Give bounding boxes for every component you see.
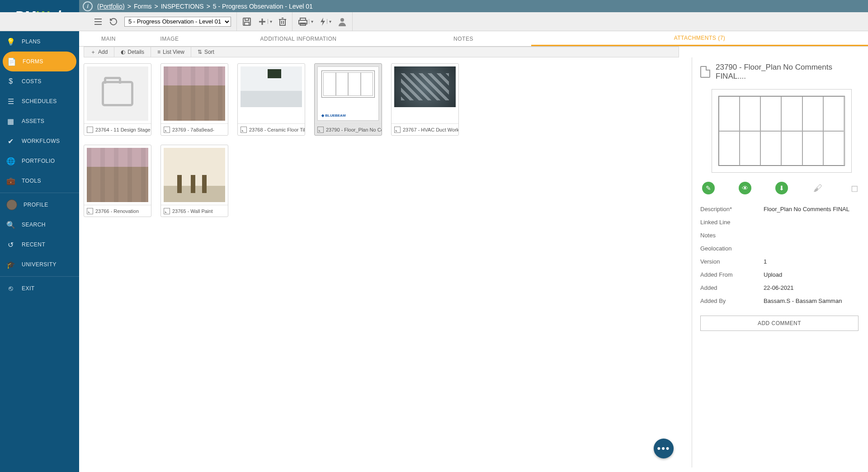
nav-schedules[interactable]: ☰SCHEDULES <box>0 91 79 111</box>
thumb-plan: ◆ BLUEBEAM <box>317 66 379 121</box>
dollar-icon: $ <box>6 77 15 85</box>
tab-additional[interactable]: ADDITIONAL INFORMATION <box>201 31 396 46</box>
attachment-card[interactable]: 23768 - Ceramic Floor Tiling <box>237 63 305 136</box>
value-by: Bassam.S - Bassam Samman <box>764 297 842 304</box>
image-small-icon <box>241 127 247 133</box>
image-small-icon <box>164 208 170 214</box>
globe-icon: 🌐 <box>6 157 15 165</box>
nav-profile[interactable]: PROFILE <box>0 195 79 215</box>
label-added: Added <box>700 284 764 291</box>
value-from: Upload <box>764 271 782 278</box>
thumb-image <box>394 66 456 107</box>
avatar-icon <box>6 199 17 210</box>
image-small-icon <box>87 208 93 214</box>
nav-workflows[interactable]: ✔WORKFLOWS <box>0 131 79 151</box>
label-notes: Notes <box>700 232 764 239</box>
attachment-card[interactable]: 23766 - Renovation <box>84 145 151 217</box>
nav-recent[interactable]: ↺RECENT <box>0 235 79 255</box>
toolbar: 5 - Progress Observation - Level 01 ▾ ▾ … <box>0 12 868 31</box>
case-icon: 💼 <box>6 177 15 185</box>
add-comment-button[interactable]: ADD COMMENT <box>700 316 859 331</box>
label-linked: Linked Line <box>700 219 764 226</box>
bolt-icon[interactable]: ▾ <box>320 17 331 26</box>
value-version: 1 <box>764 258 767 265</box>
tab-image[interactable]: IMAGE <box>138 31 201 46</box>
sort-button[interactable]: ⇅Sort <box>191 47 221 57</box>
attachment-card[interactable]: 23769 - 7a8a9ead- <box>160 63 228 136</box>
download-action[interactable]: ⬇ <box>775 182 788 194</box>
svg-rect-6 <box>245 22 249 25</box>
tab-main[interactable]: MAIN <box>79 31 138 46</box>
check-icon: ✔ <box>6 137 15 146</box>
view-action[interactable]: 👁 <box>739 182 751 194</box>
nav-search[interactable]: 🔍SEARCH <box>0 215 79 235</box>
breadcrumb-current: 5 - Progress Observation - Level 01 <box>213 3 313 10</box>
thumb-folder <box>87 66 148 121</box>
user-icon[interactable] <box>338 17 347 26</box>
attachment-card-selected[interactable]: ✓ ◆ BLUEBEAM 23790 - Floor_Plan No Com..… <box>314 63 382 136</box>
pdf-icon <box>700 66 710 78</box>
add-button[interactable]: ＋Add <box>84 47 114 57</box>
nav-plans[interactable]: 💡PLANS <box>0 32 79 52</box>
preview-title: 23790 - Floor_Plan No Comments FINAL.... <box>716 63 863 81</box>
label-description: Description* <box>700 206 764 212</box>
label-from: Added From <box>700 271 764 278</box>
delete-icon[interactable] <box>278 17 287 26</box>
sort-icon: ⇅ <box>198 49 202 55</box>
brush-action[interactable]: 🖌 <box>811 182 824 194</box>
image-small-icon <box>394 127 401 133</box>
attachment-card[interactable]: 23765 - Wall Paint <box>160 145 228 217</box>
nav-assets[interactable]: ▦ASSETS <box>0 111 79 131</box>
attachments-grid: 23764 - 11 Design Stage 23769 - 7a8a9ead… <box>84 63 500 217</box>
toggle-icon: ◐ <box>121 49 125 55</box>
nav-exit[interactable]: ⎋EXIT <box>0 278 79 298</box>
list-icon[interactable] <box>94 18 103 26</box>
attachment-card[interactable]: 23764 - 11 Design Stage <box>84 63 151 136</box>
frame-action[interactable]: ◻ <box>848 182 861 194</box>
history-icon[interactable] <box>109 17 118 26</box>
attachment-card[interactable]: 23767 - HVAC Duct Work <box>391 63 459 136</box>
record-select[interactable]: 5 - Progress Observation - Level 01 <box>124 17 231 27</box>
edit-action[interactable]: ✎ <box>702 182 715 194</box>
breadcrumb-root[interactable]: (Portfolio) <box>97 3 125 10</box>
bulb-icon: 💡 <box>6 38 15 46</box>
breadcrumb-forms[interactable]: Forms <box>134 3 152 10</box>
nav-portfolio[interactable]: 🌐PORTFOLIO <box>0 151 79 171</box>
image-small-icon <box>317 127 324 133</box>
exit-icon: ⎋ <box>6 284 15 293</box>
label-version: Version <box>700 258 764 265</box>
sidebar: ‹PMWeb® 💡PLANS 📄FORMS $COSTS ☰SCHEDULES … <box>0 0 79 472</box>
tab-attachments[interactable]: ATTACHMENTS (7) <box>531 31 868 46</box>
breadcrumb-bar: i (Portfolio) > Forms > INSPECTIONS > 5 … <box>79 0 868 12</box>
label-by: Added By <box>700 297 764 304</box>
plus-icon: ＋ <box>90 48 96 56</box>
nav-university[interactable]: 🎓UNIVERSITY <box>0 255 79 274</box>
nav-tools[interactable]: 💼TOOLS <box>0 171 79 191</box>
value-description: Floor_Plan No Comments FINAL <box>764 206 849 212</box>
attachments-toolbar: ＋Add ◐Details ≡List View ⇅Sort <box>84 47 679 57</box>
grid-icon: ▦ <box>6 117 15 126</box>
image-small-icon <box>164 127 170 133</box>
breadcrumb-inspections[interactable]: INSPECTIONS <box>161 3 204 10</box>
thumb-image <box>164 66 225 121</box>
folder-small-icon <box>87 127 93 133</box>
info-icon[interactable]: i <box>83 1 93 11</box>
nav-costs[interactable]: $COSTS <box>0 71 79 91</box>
cap-icon: 🎓 <box>6 260 15 269</box>
fab-menu[interactable]: ••• <box>654 439 674 458</box>
thumb-image <box>87 148 148 202</box>
nav-forms[interactable]: 📄FORMS <box>3 52 76 71</box>
add-icon[interactable]: ▾ <box>258 17 272 26</box>
preview-panel: 23790 - Floor_Plan No Comments FINAL....… <box>692 57 863 467</box>
thumb-image <box>164 148 225 202</box>
tab-notes[interactable]: NOTES <box>396 31 531 46</box>
listview-button[interactable]: ≡List View <box>151 47 191 57</box>
doc-icon: 📄 <box>7 57 16 66</box>
svg-marker-17 <box>321 18 325 26</box>
print-icon[interactable]: ▾ <box>298 17 313 26</box>
recent-icon: ↺ <box>6 241 15 249</box>
svg-point-18 <box>340 18 344 22</box>
details-button[interactable]: ◐Details <box>114 47 151 57</box>
save-icon[interactable] <box>242 17 251 26</box>
value-added: 22-06-2021 <box>764 284 794 291</box>
